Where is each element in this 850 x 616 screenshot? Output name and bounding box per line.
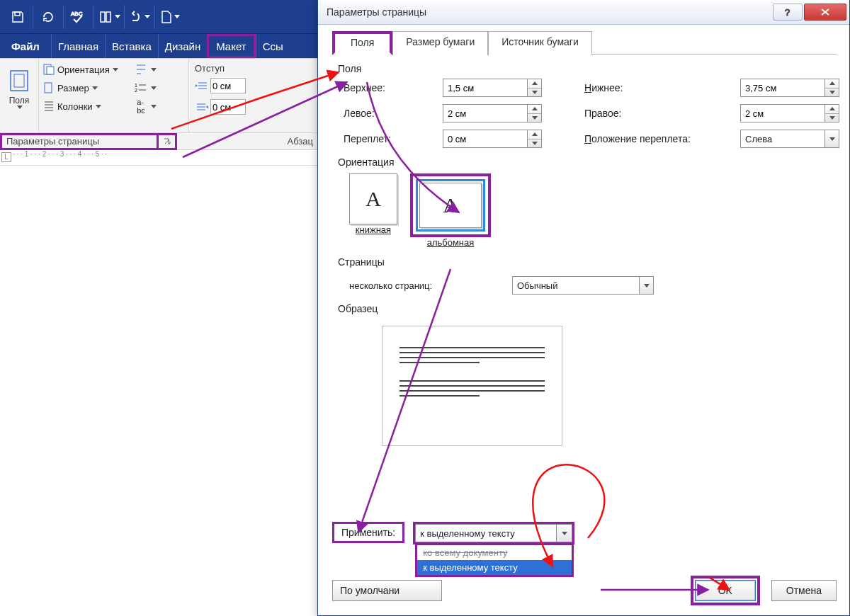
tab-selector-icon[interactable]: L [1,152,11,162]
close-button[interactable] [804,4,846,21]
preview-section-label: Образец [338,303,837,314]
svg-rect-7 [47,67,54,74]
tab-insert[interactable]: Вставка [105,34,158,58]
svg-text:?: ? [785,7,790,17]
bottom-margin-field[interactable] [740,79,846,97]
repeat-icon[interactable] [35,1,62,33]
undo-button[interactable] [126,1,153,33]
spellcheck-icon[interactable]: ABC [65,1,92,33]
orientation-button[interactable]: Ориентация [42,60,134,79]
bottom-margin-label: ННижнее:ижнее: [584,82,740,93]
tab-layout[interactable]: Макет [207,34,255,58]
indent-left-field[interactable] [195,76,315,95]
save-button[interactable] [4,1,31,33]
cancel-button[interactable]: Отмена [771,580,837,601]
ribbon-tab-strip: Файл Главная Вставка Дизайн Макет Ссы [0,34,319,59]
size-button[interactable]: Размер [42,79,134,97]
gutter-field[interactable] [443,130,556,148]
dialog-title: Параметры страницы [327,6,426,18]
page-setup-dialog: Параметры страницы ? Поля Размер бумаги … [317,0,850,616]
top-margin-field[interactable] [443,79,556,97]
gutter-position-label: Положение переплета: [584,133,740,144]
tab-paper-source[interactable]: Источник бумаги [488,31,592,55]
new-document-icon[interactable] [157,1,183,33]
page-setup-launcher-icon[interactable] [159,133,177,150]
help-button[interactable]: ? [773,4,803,21]
tab-home[interactable]: Главная [51,34,105,58]
svg-rect-4 [11,71,28,91]
horizontal-ruler[interactable]: L · · · 1 · · · 2 · · · 3 · · · 4 · · · … [0,150,319,166]
top-margin-label: Верхнее: [344,82,443,93]
touch-mode-icon[interactable] [96,1,123,33]
left-margin-field[interactable] [443,104,556,122]
apply-option-all[interactable]: ко всему документу [417,545,572,560]
portrait-icon: A [349,173,397,224]
dialog-titlebar[interactable]: Параметры страницы ? [318,0,849,25]
set-default-button[interactable]: По умолчани [332,580,442,601]
svg-rect-8 [45,83,52,93]
margins-section-label: Поля [338,63,837,74]
svg-text:1: 1 [135,83,137,88]
gutter-label: Переплет: [344,133,443,144]
columns-button[interactable]: Колонки [42,97,134,115]
tab-paper[interactable]: Размер бумаги [392,31,488,55]
dialog-tabs: Поля Размер бумаги Источник бумаги [332,30,837,55]
tab-file[interactable]: Файл [3,34,51,58]
preview-pane [382,326,562,446]
quick-access-toolbar: ABC [0,0,319,34]
apply-to-dropdown-list: ко всему документу к выделенному тексту [415,543,574,577]
right-margin-label: Правое: [584,108,740,119]
tab-references[interactable]: Ссы [256,34,290,58]
breaks-button[interactable] [134,60,169,79]
landscape-icon: A [419,183,482,228]
multiple-pages-combo[interactable]: Обычный [512,276,654,295]
left-margin-label: Левое: [344,108,443,119]
indent-right-field[interactable] [195,98,315,116]
ribbon-layout: Поля Ориентация Размер Колонки 12 a-bc О… [0,59,319,133]
tab-design[interactable]: Дизайн [158,34,207,58]
hyphenation-button[interactable]: a-bc [134,97,169,115]
word-app-window: ABC Файл Главная Вставка Дизайн Макет Сс… [0,0,319,184]
tab-margins[interactable]: Поля [332,31,392,55]
right-margin-field[interactable] [740,104,846,122]
apply-to-label: Применить: [332,522,404,543]
gutter-position-combo[interactable]: Слева [740,130,846,148]
page-setup-group-label: Параметры страницы [0,133,159,150]
orientation-landscape[interactable]: A альбомная [410,173,491,248]
line-numbers-button[interactable]: 12 [134,79,169,97]
indent-label: Отступ [192,60,315,74]
apply-to-combo[interactable]: к выделенному тексту ко всему документу … [413,522,574,544]
paragraph-group-label: Абзац [177,136,319,147]
svg-text:2: 2 [135,88,137,93]
svg-rect-5 [14,74,24,87]
svg-rect-2 [101,12,105,22]
margins-button[interactable]: Поля [3,60,35,117]
apply-option-selection[interactable]: к выделенному тексту [417,560,572,575]
apply-to-dropdown-icon[interactable] [557,524,572,542]
svg-rect-3 [106,12,110,22]
ok-button[interactable]: OK [695,580,756,601]
ribbon-group-footer: Параметры страницы Абзац [0,133,319,150]
multiple-pages-label: несколько страниц: [349,280,512,291]
orientation-portrait[interactable]: A книжная [349,173,397,235]
svg-rect-0 [15,12,20,16]
pages-section-label: Страницы [338,256,837,268]
orientation-section-label: Ориентация [338,156,837,168]
